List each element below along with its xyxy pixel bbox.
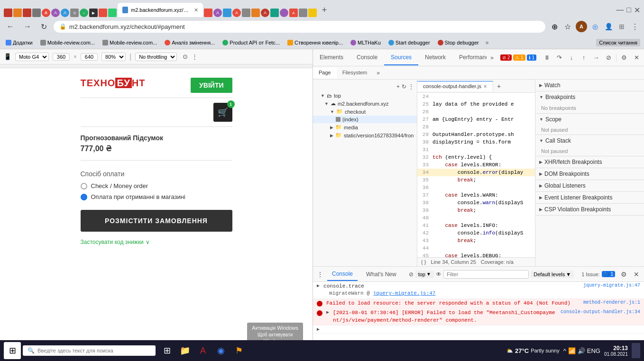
csp-header[interactable]: ▶ CSP Violation Breakpoints: [535, 204, 644, 215]
step-button[interactable]: →: [590, 52, 602, 63]
throttle-selector[interactable]: No throttling: [135, 53, 177, 61]
step-out-button[interactable]: ↑: [578, 52, 589, 63]
scope-header[interactable]: ▼ Scope: [535, 114, 644, 125]
bookmark-3[interactable]: Аналіз змінення...: [163, 39, 217, 46]
tab-favicon-10[interactable]: ▶: [89, 9, 98, 17]
bookmark-5[interactable]: Створення ювелір...: [285, 39, 345, 46]
settings-button[interactable]: ⚙: [618, 52, 630, 63]
menu-button[interactable]: ⋮: [630, 21, 640, 32]
maximize-btn[interactable]: □: [626, 6, 631, 14]
bookmark-6[interactable]: MLTHaKu: [349, 39, 383, 46]
tab-extra-3[interactable]: [223, 9, 231, 17]
back-button[interactable]: ←: [4, 21, 17, 32]
discount-link[interactable]: Застосувати код знижки ∨: [81, 239, 232, 245]
lang-indicator[interactable]: ENG: [587, 347, 600, 354]
jquery-migrate-link[interactable]: jquery-migrate.js:47: [373, 290, 435, 296]
profile-icon[interactable]: A: [576, 21, 587, 32]
start-button[interactable]: ⊞: [4, 342, 21, 359]
volume-icon[interactable]: 🔊: [578, 347, 585, 354]
chrome-taskbar-button[interactable]: ◉: [213, 343, 229, 358]
editor-tab-new[interactable]: +: [493, 81, 505, 92]
clear-console-icon[interactable]: ⊘: [409, 271, 414, 278]
breakpoints-header[interactable]: ▼ Breakpoints: [535, 91, 644, 103]
app-button[interactable]: ⚑: [231, 343, 247, 358]
tab-favicon-1[interactable]: [4, 9, 12, 17]
tab-extra-1[interactable]: [204, 9, 212, 17]
global-listeners-header[interactable]: ▶ Global Listeners: [535, 180, 644, 191]
bookmarks-more[interactable]: »: [486, 39, 489, 46]
cart-button[interactable]: 🛒 1: [213, 103, 232, 122]
device-mode-icon[interactable]: 📱: [4, 53, 11, 60]
bookmark-8[interactable]: Stop debugger: [436, 39, 481, 46]
device-selector[interactable]: Moto G4: [15, 53, 49, 61]
tree-item-static[interactable]: ▶ 📁 static/version1627833944/fron: [313, 131, 417, 139]
radio-check-money[interactable]: [81, 183, 87, 190]
taskbar-search-input[interactable]: [37, 348, 151, 353]
chevron-up-icon[interactable]: ^: [563, 347, 566, 354]
zoom-selector[interactable]: 80%: [101, 53, 126, 61]
bookmark-apps[interactable]: Додатки: [4, 39, 35, 46]
tab-extra-5[interactable]: [242, 9, 250, 17]
editor-file-tab[interactable]: console-output-handler.js ✕: [417, 81, 493, 91]
tab-sources[interactable]: Sources: [384, 50, 418, 65]
deactivate-button[interactable]: ⊘: [603, 52, 614, 63]
tab-favicon-12[interactable]: [108, 9, 117, 17]
network-icon[interactable]: 📶: [568, 347, 576, 354]
chrome-icon[interactable]: ◎: [590, 21, 600, 32]
radio-in-store[interactable]: [81, 194, 87, 200]
extensions-icon[interactable]: ⊞: [616, 21, 627, 32]
editor-close-tab[interactable]: ✕: [483, 84, 487, 89]
close-browser-btn[interactable]: ✕: [634, 6, 640, 15]
step-into-button[interactable]: ↓: [566, 52, 577, 63]
bookmark-1[interactable]: Mobile-review.com...: [38, 39, 97, 46]
close-console-button[interactable]: ✕: [633, 270, 640, 279]
extensions-button[interactable]: ⊕: [549, 21, 560, 32]
sensor-icon[interactable]: ⊙: [183, 53, 188, 60]
taskbar-search[interactable]: 🔍: [23, 345, 156, 356]
close-tab-btn[interactable]: ✕: [194, 7, 198, 13]
user-menu-icon[interactable]: 👤: [603, 21, 614, 32]
tab-elements[interactable]: Elements: [313, 50, 350, 65]
tab-extra-12[interactable]: [308, 9, 317, 17]
event-listener-header[interactable]: ▶ Event Listener Breakpoints: [535, 192, 644, 203]
refresh-icon[interactable]: ↻: [401, 82, 407, 91]
bookmark-7[interactable]: Start debugger: [386, 39, 432, 46]
subtab-more[interactable]: »: [373, 68, 384, 78]
new-tab-button[interactable]: +: [318, 3, 331, 17]
tab-performance[interactable]: Performance: [452, 50, 487, 65]
tab-extra-10[interactable]: A: [289, 9, 298, 17]
settings-icon[interactable]: ⚙: [619, 271, 629, 278]
tree-item-checkout[interactable]: ▼ 📁 checkout: [313, 108, 417, 116]
tree-item-media[interactable]: ▶ 📁 media: [313, 123, 417, 131]
tab-favicon-5[interactable]: A: [42, 9, 50, 17]
close-devtools-button[interactable]: ✕: [631, 52, 642, 63]
minimize-btn[interactable]: —: [616, 6, 624, 14]
refresh-button[interactable]: ↻: [38, 21, 50, 32]
height-input[interactable]: [81, 53, 98, 61]
tree-item-domain[interactable]: ▼ ☁ m2.backendforum.xyz: [313, 99, 417, 108]
log-level-dropdown[interactable]: Default levels ▼: [531, 271, 574, 278]
console-tab-main[interactable]: Console: [327, 268, 358, 281]
clock-widget[interactable]: 20:13 01.08.2021: [604, 345, 628, 357]
login-button[interactable]: УВІЙТИ: [191, 78, 232, 93]
active-tab[interactable]: m2.backendforum.xyz/check... ✕: [118, 3, 203, 17]
bookmark-2[interactable]: Mobile-review.com...: [101, 39, 159, 46]
tab-extra-8[interactable]: [270, 9, 279, 17]
forward-button[interactable]: →: [21, 21, 34, 32]
notification-area[interactable]: [632, 343, 640, 358]
file-explorer-button[interactable]: 📁: [177, 343, 193, 358]
address-bar[interactable]: 🔒 m2.backendforum.xyz/checkout/#payment: [54, 21, 545, 33]
tab-favicon-9[interactable]: ○: [80, 9, 88, 17]
tab-favicon-2[interactable]: [13, 9, 22, 17]
reading-list-button[interactable]: Список читання: [596, 39, 640, 46]
more-icon[interactable]: ⋮: [407, 82, 415, 91]
eye-icon[interactable]: 👁: [436, 271, 442, 278]
tab-console[interactable]: Console: [350, 50, 384, 65]
bookmark-button[interactable]: ☆: [562, 21, 573, 32]
tab-favicon-8[interactable]: ⊙: [70, 9, 79, 17]
tab-favicon-6[interactable]: A: [51, 9, 60, 17]
step-over-button[interactable]: ↷: [553, 52, 565, 63]
subtab-page[interactable]: Page: [313, 68, 337, 78]
console-filter-input[interactable]: [443, 270, 529, 279]
tab-extra-9[interactable]: [280, 9, 288, 17]
